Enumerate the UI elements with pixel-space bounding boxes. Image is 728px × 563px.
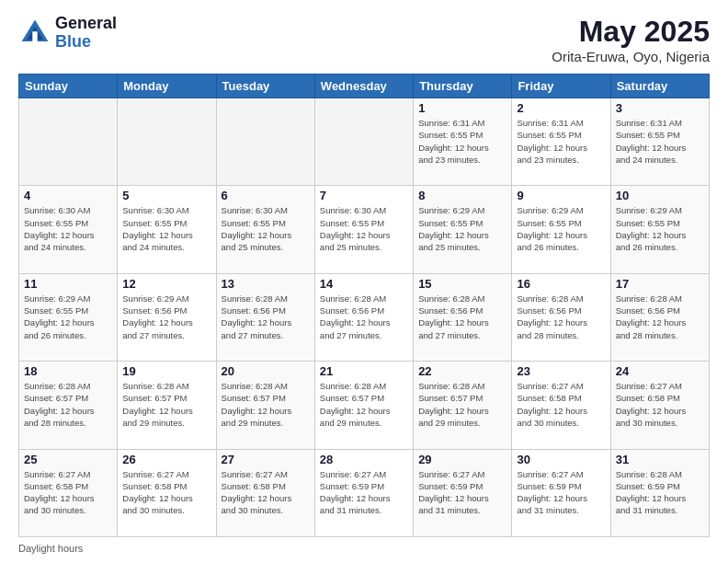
day-info: Sunrise: 6:29 AM Sunset: 6:56 PM Dayligh… bbox=[122, 293, 210, 341]
calendar-cell: 1Sunrise: 6:31 AM Sunset: 6:55 PM Daylig… bbox=[414, 98, 512, 186]
day-number: 5 bbox=[122, 189, 210, 202]
day-number: 17 bbox=[616, 277, 704, 291]
day-info: Sunrise: 6:27 AM Sunset: 6:58 PM Dayligh… bbox=[517, 380, 605, 429]
calendar-header-saturday: Saturday bbox=[610, 75, 709, 98]
main-title: May 2025 bbox=[552, 15, 710, 49]
day-number: 1 bbox=[418, 101, 506, 115]
day-info: Sunrise: 6:28 AM Sunset: 6:56 PM Dayligh… bbox=[616, 293, 704, 341]
calendar-cell: 7Sunrise: 6:30 AM Sunset: 6:55 PM Daylig… bbox=[314, 186, 413, 273]
day-number: 7 bbox=[320, 189, 408, 202]
day-number: 22 bbox=[418, 364, 506, 378]
logo-blue-text: Blue bbox=[55, 33, 117, 52]
subtitle: Orita-Eruwa, Oyo, Nigeria bbox=[552, 49, 710, 64]
calendar-header-sunday: Sunday bbox=[19, 75, 118, 98]
day-info: Sunrise: 6:28 AM Sunset: 6:56 PM Dayligh… bbox=[517, 293, 605, 341]
day-info: Sunrise: 6:27 AM Sunset: 6:58 PM Dayligh… bbox=[616, 380, 704, 429]
calendar-cell: 29Sunrise: 6:27 AM Sunset: 6:59 PM Dayli… bbox=[414, 449, 512, 536]
day-info: Sunrise: 6:29 AM Sunset: 6:55 PM Dayligh… bbox=[517, 204, 605, 253]
calendar-cell: 14Sunrise: 6:28 AM Sunset: 6:56 PM Dayli… bbox=[314, 273, 413, 361]
day-number: 16 bbox=[517, 277, 605, 291]
day-number: 25 bbox=[24, 453, 112, 466]
day-info: Sunrise: 6:27 AM Sunset: 6:59 PM Dayligh… bbox=[517, 468, 605, 517]
calendar-cell: 24Sunrise: 6:27 AM Sunset: 6:58 PM Dayli… bbox=[610, 362, 709, 449]
title-block: May 2025 Orita-Eruwa, Oyo, Nigeria bbox=[552, 15, 710, 64]
day-number: 26 bbox=[122, 453, 210, 466]
day-info: Sunrise: 6:31 AM Sunset: 6:55 PM Dayligh… bbox=[517, 117, 605, 166]
calendar-cell: 12Sunrise: 6:29 AM Sunset: 6:56 PM Dayli… bbox=[118, 273, 216, 361]
calendar-header-friday: Friday bbox=[512, 75, 610, 98]
day-info: Sunrise: 6:27 AM Sunset: 6:58 PM Dayligh… bbox=[122, 468, 210, 517]
calendar-cell: 27Sunrise: 6:27 AM Sunset: 6:58 PM Dayli… bbox=[216, 449, 314, 536]
day-info: Sunrise: 6:27 AM Sunset: 6:59 PM Dayligh… bbox=[320, 468, 408, 517]
day-number: 24 bbox=[616, 364, 704, 378]
day-number: 2 bbox=[517, 101, 605, 115]
calendar-cell: 18Sunrise: 6:28 AM Sunset: 6:57 PM Dayli… bbox=[19, 362, 118, 449]
day-number: 30 bbox=[517, 453, 605, 466]
svg-rect-2 bbox=[32, 31, 37, 41]
footer-note: Daylight hours bbox=[18, 543, 710, 554]
calendar-week-2: 11Sunrise: 6:29 AM Sunset: 6:55 PM Dayli… bbox=[19, 273, 710, 361]
calendar-cell: 19Sunrise: 6:28 AM Sunset: 6:57 PM Dayli… bbox=[118, 362, 216, 449]
calendar-week-4: 25Sunrise: 6:27 AM Sunset: 6:58 PM Dayli… bbox=[19, 449, 710, 536]
calendar-cell: 10Sunrise: 6:29 AM Sunset: 6:55 PM Dayli… bbox=[610, 186, 709, 273]
day-info: Sunrise: 6:28 AM Sunset: 6:57 PM Dayligh… bbox=[222, 380, 310, 429]
day-number: 4 bbox=[24, 189, 112, 202]
calendar-week-0: 1Sunrise: 6:31 AM Sunset: 6:55 PM Daylig… bbox=[19, 98, 710, 186]
day-number: 20 bbox=[222, 364, 310, 378]
day-info: Sunrise: 6:28 AM Sunset: 6:56 PM Dayligh… bbox=[222, 293, 310, 341]
calendar-header-tuesday: Tuesday bbox=[216, 75, 314, 98]
day-number: 19 bbox=[122, 364, 210, 378]
day-info: Sunrise: 6:28 AM Sunset: 6:57 PM Dayligh… bbox=[24, 380, 112, 429]
day-info: Sunrise: 6:28 AM Sunset: 6:57 PM Dayligh… bbox=[418, 380, 506, 429]
calendar-cell: 28Sunrise: 6:27 AM Sunset: 6:59 PM Dayli… bbox=[314, 449, 413, 536]
calendar-cell bbox=[314, 98, 413, 186]
calendar-table: SundayMondayTuesdayWednesdayThursdayFrid… bbox=[18, 74, 710, 537]
day-info: Sunrise: 6:29 AM Sunset: 6:55 PM Dayligh… bbox=[616, 204, 704, 253]
calendar-cell: 22Sunrise: 6:28 AM Sunset: 6:57 PM Dayli… bbox=[414, 362, 512, 449]
calendar-cell: 3Sunrise: 6:31 AM Sunset: 6:55 PM Daylig… bbox=[610, 98, 709, 186]
day-number: 12 bbox=[122, 277, 210, 291]
calendar-cell: 15Sunrise: 6:28 AM Sunset: 6:56 PM Dayli… bbox=[414, 273, 512, 361]
calendar-cell: 30Sunrise: 6:27 AM Sunset: 6:59 PM Dayli… bbox=[512, 449, 610, 536]
day-info: Sunrise: 6:28 AM Sunset: 6:57 PM Dayligh… bbox=[122, 380, 210, 429]
day-info: Sunrise: 6:30 AM Sunset: 6:55 PM Dayligh… bbox=[24, 204, 112, 253]
day-number: 3 bbox=[616, 101, 704, 115]
calendar-cell: 17Sunrise: 6:28 AM Sunset: 6:56 PM Dayli… bbox=[610, 273, 709, 361]
calendar-cell: 9Sunrise: 6:29 AM Sunset: 6:55 PM Daylig… bbox=[512, 186, 610, 273]
calendar-cell bbox=[118, 98, 216, 186]
calendar-cell: 6Sunrise: 6:30 AM Sunset: 6:55 PM Daylig… bbox=[216, 186, 314, 273]
day-number: 15 bbox=[418, 277, 506, 291]
day-number: 10 bbox=[616, 189, 704, 202]
calendar-cell: 31Sunrise: 6:28 AM Sunset: 6:59 PM Dayli… bbox=[610, 449, 709, 536]
calendar-week-3: 18Sunrise: 6:28 AM Sunset: 6:57 PM Dayli… bbox=[19, 362, 710, 449]
logo: General Blue bbox=[18, 15, 117, 52]
calendar-week-1: 4Sunrise: 6:30 AM Sunset: 6:55 PM Daylig… bbox=[19, 186, 710, 273]
day-info: Sunrise: 6:28 AM Sunset: 6:56 PM Dayligh… bbox=[320, 293, 408, 341]
header: General Blue May 2025 Orita-Eruwa, Oyo, … bbox=[18, 15, 710, 64]
calendar-header-thursday: Thursday bbox=[414, 75, 512, 98]
calendar-header-wednesday: Wednesday bbox=[314, 75, 413, 98]
calendar-header-monday: Monday bbox=[118, 75, 216, 98]
calendar-cell bbox=[216, 98, 314, 186]
calendar-cell: 23Sunrise: 6:27 AM Sunset: 6:58 PM Dayli… bbox=[512, 362, 610, 449]
day-number: 13 bbox=[222, 277, 310, 291]
calendar-cell: 13Sunrise: 6:28 AM Sunset: 6:56 PM Dayli… bbox=[216, 273, 314, 361]
day-number: 9 bbox=[517, 189, 605, 202]
page: General Blue May 2025 Orita-Eruwa, Oyo, … bbox=[0, 0, 728, 563]
day-info: Sunrise: 6:30 AM Sunset: 6:55 PM Dayligh… bbox=[122, 204, 210, 253]
day-info: Sunrise: 6:29 AM Sunset: 6:55 PM Dayligh… bbox=[418, 204, 506, 253]
calendar-cell: 8Sunrise: 6:29 AM Sunset: 6:55 PM Daylig… bbox=[414, 186, 512, 273]
day-number: 23 bbox=[517, 364, 605, 378]
calendar-cell: 21Sunrise: 6:28 AM Sunset: 6:57 PM Dayli… bbox=[314, 362, 413, 449]
day-number: 28 bbox=[320, 453, 408, 466]
calendar-cell: 5Sunrise: 6:30 AM Sunset: 6:55 PM Daylig… bbox=[118, 186, 216, 273]
day-info: Sunrise: 6:28 AM Sunset: 6:59 PM Dayligh… bbox=[616, 468, 704, 517]
day-number: 11 bbox=[24, 277, 112, 291]
calendar-cell: 26Sunrise: 6:27 AM Sunset: 6:58 PM Dayli… bbox=[118, 449, 216, 536]
day-number: 18 bbox=[24, 364, 112, 378]
calendar-header-row: SundayMondayTuesdayWednesdayThursdayFrid… bbox=[19, 75, 710, 98]
day-info: Sunrise: 6:31 AM Sunset: 6:55 PM Dayligh… bbox=[418, 117, 506, 166]
day-info: Sunrise: 6:27 AM Sunset: 6:59 PM Dayligh… bbox=[418, 468, 506, 517]
calendar-cell: 11Sunrise: 6:29 AM Sunset: 6:55 PM Dayli… bbox=[19, 273, 118, 361]
day-info: Sunrise: 6:27 AM Sunset: 6:58 PM Dayligh… bbox=[24, 468, 112, 517]
